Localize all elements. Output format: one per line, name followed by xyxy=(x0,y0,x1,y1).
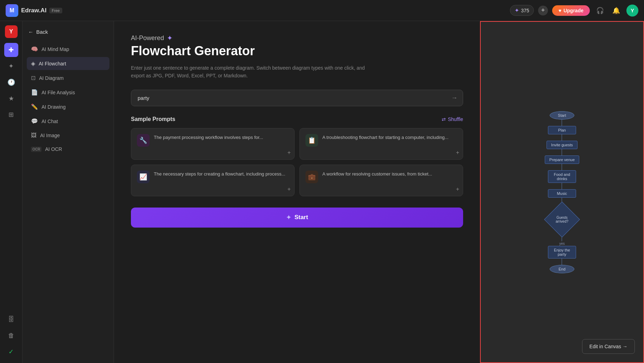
file-icon: 📄 xyxy=(31,89,38,96)
fc-node-food: Food and drinks xyxy=(548,170,576,183)
fc-node-plan: Plan xyxy=(548,126,576,134)
fc-enjoy-shape: Enjoy the party xyxy=(548,246,576,259)
prompt-text-2: A troubleshooting flowchart for starting… xyxy=(322,134,457,141)
logo-icon: M xyxy=(6,4,18,17)
fc-node-start: Start xyxy=(550,111,574,120)
shuffle-icon: ⇄ xyxy=(442,116,446,122)
ai-file-analysis-label: AI File Analysis xyxy=(42,90,75,95)
sidebar-item-ai-diagram[interactable]: ⊡ AI Diagram xyxy=(27,71,109,84)
prompt-icon-2: 📋 xyxy=(305,134,318,147)
prompts-title: Sample Prompts xyxy=(131,116,175,122)
sidebar-item-ai-image[interactable]: 🖼 AI Image xyxy=(27,129,109,142)
diagram-icon: ⊡ xyxy=(31,75,36,81)
sidebar-item-ai-ocr[interactable]: OCR AI OCR xyxy=(27,143,109,155)
ai-mind-map-label: AI Mind Map xyxy=(42,46,69,52)
shuffle-button[interactable]: ⇄ Shuffle xyxy=(442,116,463,122)
upgrade-button[interactable]: ♥ Upgrade xyxy=(552,5,590,16)
ai-diagram-label: AI Diagram xyxy=(39,75,64,81)
sidebar-item-ai-drawing[interactable]: ✏️ AI Drawing xyxy=(27,100,109,113)
sidebar-item-ai-mind-map[interactable]: 🧠 AI Mind Map xyxy=(27,43,109,56)
fc-node-end: End xyxy=(550,265,574,273)
prompt-icon-1: 🔧 xyxy=(137,134,150,147)
prompt-card-1[interactable]: 🔧 The payment processing workflow involv… xyxy=(131,128,295,160)
start-button[interactable]: ✦ Start xyxy=(131,208,463,228)
app-logo[interactable]: M Edraw.AI Free xyxy=(6,4,62,17)
image-icon: 🖼 xyxy=(31,132,37,139)
ai-ocr-label: AI OCR xyxy=(45,146,62,152)
edit-canvas-button[interactable]: Edit in Canvas → xyxy=(582,339,635,354)
prompt-icon-4: 💼 xyxy=(305,171,318,183)
sparkle-icon: ✦ xyxy=(167,34,173,42)
back-label: Back xyxy=(36,29,48,35)
fc-arrow-1 xyxy=(562,120,562,126)
page-description: Enter just one sentence to generate a co… xyxy=(131,64,377,80)
favorites-btn[interactable]: ★ xyxy=(4,91,18,106)
sidebar-item-ai-chat[interactable]: 💬 AI Chat xyxy=(27,115,109,128)
flowchart-icon: ◈ xyxy=(31,60,35,67)
main-layout: Y ✚ ✦ 🕐 ★ ⊞ 🗄 🗑 ✓ ← Back 🧠 AI Mind Map ◈… xyxy=(0,21,644,363)
add-credits-button[interactable]: + xyxy=(538,6,548,15)
fc-arrow-2 xyxy=(562,134,562,141)
content-area: AI-Powered ✦ Flowchart Generator Enter j… xyxy=(114,21,644,363)
fc-arrow-4 xyxy=(562,164,562,170)
ai-btn[interactable]: ✦ xyxy=(4,59,18,73)
prompt-card-2[interactable]: 📋 A troubleshooting flowchart for starti… xyxy=(299,128,463,160)
prompt-text-4: A workflow for resolving customer issues… xyxy=(322,171,457,178)
prompts-grid: 🔧 The payment processing workflow involv… xyxy=(131,128,463,196)
headset-icon[interactable]: 🎧 xyxy=(594,5,606,17)
back-arrow-icon: ← xyxy=(28,29,33,35)
prompt-icon-3: 📈 xyxy=(137,171,150,183)
prompt-card-3[interactable]: 📈 The necessary steps for creating a flo… xyxy=(131,165,295,196)
avatar[interactable]: Y xyxy=(626,5,638,17)
templates-btn[interactable]: ⊞ xyxy=(4,108,18,122)
create-btn[interactable]: ✚ xyxy=(4,43,18,57)
trash-btn[interactable]: 🗑 xyxy=(4,329,18,343)
prompt-add-icon-3[interactable]: + xyxy=(288,186,291,192)
app-name: Edraw.AI xyxy=(21,7,46,14)
prompt-input[interactable] xyxy=(131,90,463,106)
start-sparkle-icon: ✦ xyxy=(286,214,291,221)
mind-map-icon: 🧠 xyxy=(31,46,38,52)
user-avatar[interactable]: Y xyxy=(5,25,18,38)
fc-node-invite: Invite guests xyxy=(547,141,577,149)
ai-drawing-label: AI Drawing xyxy=(42,104,65,110)
credits-value: 375 xyxy=(521,8,529,13)
prompt-add-icon-2[interactable]: + xyxy=(456,149,459,156)
prompt-add-icon-1[interactable]: + xyxy=(288,149,291,156)
icon-bar: Y ✚ ✦ 🕐 ★ ⊞ 🗄 🗑 ✓ xyxy=(0,21,23,363)
fc-arrow-3 xyxy=(562,149,562,155)
flowchart-diagram: Start Plan Invite guests Prepare venue xyxy=(545,111,579,273)
sparkle-icon: ✦ xyxy=(514,7,519,14)
verify-btn[interactable]: ✓ xyxy=(4,345,18,359)
fc-arrow-5 xyxy=(562,183,562,189)
preview-panel: Start Plan Invite guests Prepare venue xyxy=(480,21,644,363)
prompt-text-3: The necessary steps for creating a flowc… xyxy=(154,171,289,178)
fc-yes-label: yes xyxy=(559,242,565,246)
drawing-icon: ✏️ xyxy=(31,103,38,110)
history-btn[interactable]: 🕐 xyxy=(4,75,18,89)
fc-music-shape: Music xyxy=(548,189,576,198)
storage-btn[interactable]: 🗄 xyxy=(4,312,18,326)
prompt-add-icon-4[interactable]: + xyxy=(456,186,459,192)
fc-invite-shape: Invite guests xyxy=(547,141,577,149)
fc-start-shape: Start xyxy=(550,111,574,120)
bell-icon[interactable]: 🔔 xyxy=(610,5,622,17)
fc-node-venue: Prepare venue xyxy=(545,155,579,164)
prompt-card-4[interactable]: 💼 A workflow for resolving customer issu… xyxy=(299,165,463,196)
prompt-text-1: The payment processing workflow involves… xyxy=(154,134,289,141)
sidebar-item-ai-file-analysis[interactable]: 📄 AI File Analysis xyxy=(27,86,109,99)
top-nav: M Edraw.AI Free ✦ 375 + ♥ Upgrade 🎧 🔔 Y xyxy=(0,0,644,21)
search-row: → xyxy=(131,90,463,106)
ocr-icon: OCR xyxy=(31,147,42,152)
submit-arrow-icon[interactable]: → xyxy=(451,94,457,102)
fc-end-shape: End xyxy=(550,265,574,273)
credits-button[interactable]: ✦ 375 xyxy=(510,5,534,16)
main-panel: AI-Powered ✦ Flowchart Generator Enter j… xyxy=(114,21,480,363)
fc-food-shape: Food and drinks xyxy=(548,170,576,183)
sidebar: ← Back 🧠 AI Mind Map ◈ AI Flowchart ⊡ AI… xyxy=(23,21,114,363)
ai-image-label: AI Image xyxy=(40,133,60,138)
fc-node-music: Music xyxy=(548,189,576,198)
ai-flowchart-label: AI Flowchart xyxy=(39,61,66,66)
sidebar-item-ai-flowchart[interactable]: ◈ AI Flowchart xyxy=(27,57,109,70)
back-button[interactable]: ← Back xyxy=(27,27,109,37)
